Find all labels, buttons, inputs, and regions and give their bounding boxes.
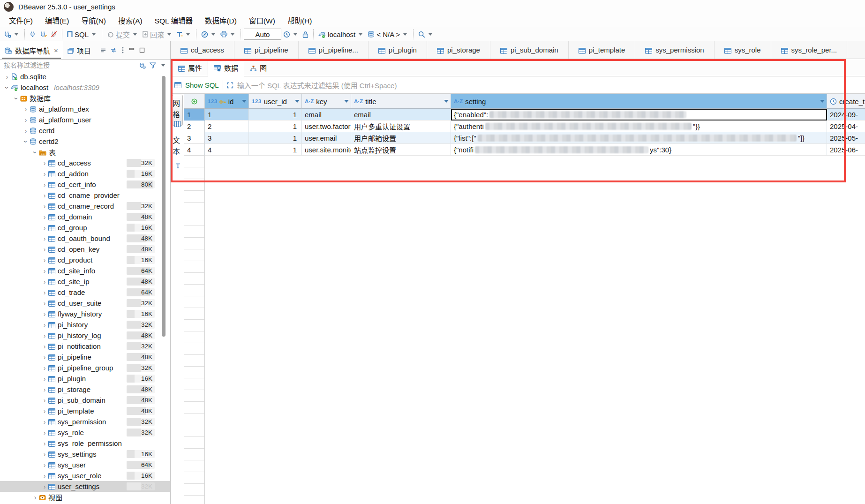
navigator-tools-button[interactable] [199,30,218,39]
funnel-filter-icon[interactable] [150,61,156,69]
chevron-right-icon[interactable]: › [41,235,48,242]
grid-row-2[interactable]: 221user.two.factor用户多重认证设置{"authenti"}}2… [184,120,865,132]
chevron-right-icon[interactable]: › [41,375,48,383]
tree-item-cd_user_suite[interactable]: ›cd_user_suite32K [0,298,170,308]
menu-item-3[interactable]: 搜索(A) [112,14,149,27]
select-all-cell[interactable] [184,94,205,109]
tab-projects[interactable]: 项目 [63,41,96,59]
tree-item-cd_domain[interactable]: ›cd_domain48K [0,211,170,222]
link-editor-icon[interactable] [111,47,117,53]
chevron-right-icon[interactable]: › [41,300,48,307]
presentation-text-tab[interactable]: 文本 [173,133,183,171]
tree-item-pi_pipeline[interactable]: ›pi_pipeline48K [0,352,170,362]
tree-item-pi_history[interactable]: ›pi_history32K [0,319,170,330]
chevron-right-icon[interactable]: › [41,267,48,275]
chevron-right-icon[interactable]: › [41,386,48,393]
chevron-right-icon[interactable]: › [41,343,48,350]
chevron-right-icon[interactable]: › [23,105,29,113]
tab-database-navigator[interactable]: 数据库导航 × [0,41,63,59]
connect-button[interactable] [28,30,38,39]
chevron-down-icon[interactable] [211,33,215,36]
chevron-down-icon[interactable] [429,33,432,36]
editor-tab-pi_pipeline[interactable]: pi_pipeline... [299,41,369,59]
tree-item-cd_site_info[interactable]: ›cd_site_info64K [0,265,170,276]
chevron-down-icon[interactable]: › [22,138,30,145]
chevron-right-icon[interactable]: › [41,429,48,436]
history-button[interactable] [281,30,301,39]
cell-title[interactable]: 用户邮箱设置 [351,132,451,144]
editor-tab-pi_plugin[interactable]: pi_plugin [369,41,427,59]
active-database-select[interactable]: < N/A > [366,29,410,40]
cell-create-time[interactable]: 2025-04- [827,120,865,132]
cell-title[interactable]: email [351,109,451,120]
chevron-down-icon[interactable] [293,33,297,36]
new-connection-button[interactable] [2,30,22,39]
transaction-mode-button[interactable] [174,30,193,39]
tree-item-db.sqlite[interactable]: ›db.sqlite [0,71,170,82]
tree-item-sys_user_role[interactable]: ›sys_user_role16K [0,470,170,481]
sql-editor-button[interactable]: SQL [65,29,99,40]
column-filter-icon[interactable] [820,100,825,103]
cell-setting[interactable]: {"enabled": [451,109,827,120]
cell-create-time[interactable]: 2025-06- [827,144,865,156]
chevron-right-icon[interactable]: › [41,289,48,296]
column-header-title[interactable]: A·Ztitle [351,94,451,109]
commit-button[interactable]: 提交 [105,28,140,41]
close-icon[interactable]: × [54,46,58,54]
chevron-right-icon[interactable]: › [41,278,48,286]
column-header-user_id[interactable]: 123user_id [249,94,302,109]
cell-create-time[interactable]: 2025-05- [827,132,865,144]
editor-tab-cd_access[interactable]: cd_access [171,41,234,59]
cell-id[interactable]: 4 [205,144,249,156]
editor-tab-pi_storage[interactable]: pi_storage [427,41,490,59]
edit-connection-button[interactable] [38,30,49,39]
tree-item-cd_addon[interactable]: ›cd_addon16K [0,168,170,179]
menu-item-4[interactable]: SQL 编辑器 [149,14,199,27]
grid-row-3[interactable]: 331user.email用户邮箱设置{"list":[""]}2025-05- [184,132,865,144]
chevron-down-icon[interactable] [167,33,171,36]
column-filter-icon[interactable] [444,100,449,103]
editor-tab-pi_template[interactable]: pi_template [569,41,636,59]
tree-item-pi_template[interactable]: ›pi_template48K [0,406,170,416]
print-button[interactable] [218,30,238,39]
cell-user-id[interactable]: 1 [249,144,302,156]
chevron-right-icon[interactable]: › [41,440,48,447]
auto-commit-select[interactable]: Auto [244,29,281,40]
tree-item-flyway_history[interactable]: ›flyway_history16K [0,308,170,319]
tree-item-cd_cname_record[interactable]: ›cd_cname_record32K [0,201,170,211]
tree-item-cd_group[interactable]: ›cd_group16K [0,222,170,233]
tree-item-sys_role[interactable]: ›sys_role32K [0,427,170,438]
chevron-right-icon[interactable]: › [41,224,48,232]
cell-key[interactable]: email [302,109,351,120]
chevron-right-icon[interactable]: › [41,256,48,264]
cell-user-id[interactable]: 1 [249,109,302,120]
chevron-right-icon[interactable]: › [41,418,48,426]
chevron-right-icon[interactable]: › [32,494,38,501]
tree-item-certd2[interactable]: ›certd2 [0,136,170,147]
chevron-right-icon[interactable]: › [41,451,48,458]
panel-divider[interactable] [170,41,171,504]
menu-item-5[interactable]: 数据库(D) [199,14,243,27]
cell-user-id[interactable]: 1 [249,132,302,144]
tab-data[interactable]: 数据 [208,60,244,76]
sidebar-scrollbar[interactable] [162,76,165,337]
chevron-right-icon[interactable]: › [4,73,10,81]
tree-item-sys_user[interactable]: ›sys_user64K [0,459,170,470]
column-header-id[interactable]: 123id [205,94,249,109]
tree-item-表[interactable]: ›表 [0,147,170,158]
tab-properties[interactable]: 属性 [173,60,208,76]
tree-item-pi_plugin[interactable]: ›pi_plugin16K [0,373,170,384]
tree-item-cd_product[interactable]: ›cd_product16K [0,255,170,265]
view-menu-icon[interactable] [121,47,124,53]
chevron-down-icon[interactable] [161,64,165,67]
editor-tab-sys_role_per[interactable]: sys_role_per... [771,41,848,59]
tree-item-cd_site_ip[interactable]: ›cd_site_ip48K [0,276,170,287]
menu-item-6[interactable]: 窗口(W) [243,14,281,27]
cell-id[interactable]: 3 [205,132,249,144]
tree-item-sys_permission[interactable]: ›sys_permission32K [0,416,170,427]
cell-setting[interactable]: {"notifiys":30} [451,144,827,156]
sql-filter-placeholder[interactable]: 输入一个 SQL 表达式来过滤结果 (使用 Ctrl+Space) [237,80,397,90]
chevron-right-icon[interactable]: › [41,170,48,178]
cell-key[interactable]: user.two.factor [302,120,351,132]
tree-item-pi_pipeline_group[interactable]: ›pi_pipeline_group32K [0,362,170,373]
